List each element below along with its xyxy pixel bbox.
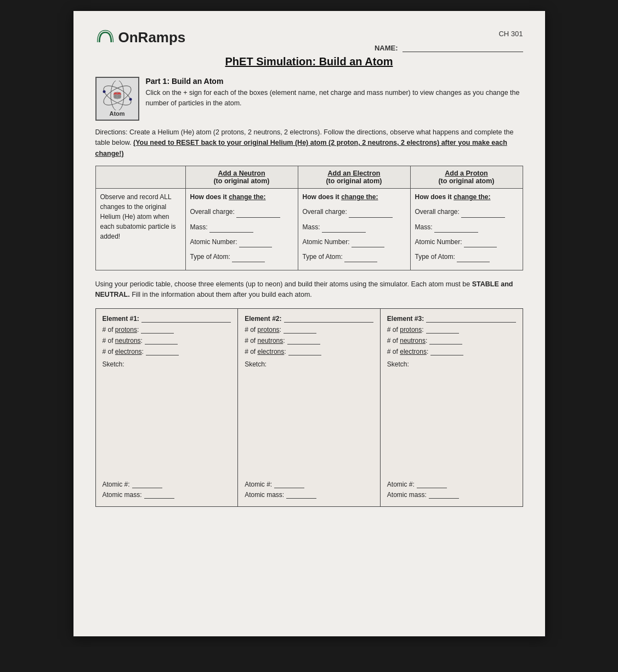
proton-type-of-atom bbox=[457, 255, 490, 262]
element2-atomic-mass-line bbox=[286, 490, 316, 499]
name-label: NAME: bbox=[375, 44, 398, 52]
element2-sketch-label: Sketch: bbox=[245, 360, 373, 368]
element3-atomic-mass-line bbox=[429, 490, 459, 499]
element1-atomic-mass-label: Atomic mass: bbox=[103, 491, 142, 499]
atom-image-label: Atom bbox=[109, 110, 124, 117]
col3-header-line2: (to original atom) bbox=[326, 177, 382, 185]
element3-atomic-num-row: Atomic #: bbox=[387, 480, 516, 488]
col4-header-line1: Add a Proton bbox=[445, 170, 487, 177]
atom-image-box: Atom bbox=[95, 77, 139, 121]
element1-box: Element #1: # of protons: # of neutrons:… bbox=[96, 309, 239, 506]
element1-neutrons-line bbox=[145, 336, 178, 345]
table-row-left: Observe and record ALL changes to the or… bbox=[95, 189, 185, 270]
proton-mass bbox=[434, 225, 478, 233]
element1-bottom-fields: Atomic #: Atomic mass: bbox=[103, 475, 231, 501]
neutron-mass bbox=[209, 225, 253, 233]
element3-neutrons-label: # of neutrons: bbox=[387, 337, 427, 345]
element1-protons-label: # of protons: bbox=[103, 326, 139, 334]
proton-atomic-number bbox=[464, 240, 497, 247]
proton-col: How does it change the: Overall charge: … bbox=[410, 189, 523, 270]
element3-box: Element #3: # of protons: # of neutrons:… bbox=[381, 309, 523, 506]
element3-atomic-mass-label: Atomic mass: bbox=[387, 491, 427, 499]
element3-electrons-row: # of electrons: bbox=[387, 347, 516, 355]
onramps-logo-text: OnRamps bbox=[118, 29, 186, 46]
element1-name-line bbox=[141, 314, 231, 323]
electron-overall-charge bbox=[349, 210, 393, 218]
observation-table: Add a Neutron (to original atom) Add an … bbox=[95, 166, 523, 270]
element3-protons-label: # of protons: bbox=[387, 326, 424, 334]
element2-neutrons-label: # of neutrons: bbox=[245, 337, 285, 345]
element2-protons-row: # of protons: bbox=[245, 325, 373, 334]
element1-atomic-num-label: Atomic #: bbox=[103, 481, 130, 488]
part1-instruction: Click on the + sign for each of the boxe… bbox=[146, 88, 523, 109]
element3-electrons-line bbox=[430, 347, 463, 355]
element2-neutrons-line bbox=[287, 336, 320, 345]
col4-header-line2: (to original atom) bbox=[438, 177, 494, 185]
part1-heading: Part 1: Build an Atom bbox=[146, 77, 523, 86]
col2-header-line1: Add a Neutron bbox=[218, 170, 265, 177]
element2-name-line bbox=[284, 314, 373, 323]
col2-header: Add a Neutron (to original atom) bbox=[185, 166, 298, 189]
element2-electrons-row: # of electrons: bbox=[245, 347, 373, 355]
neutron-atomic-number bbox=[239, 240, 272, 247]
element1-neutrons-label: # of neutrons: bbox=[103, 337, 143, 345]
element1-protons-line bbox=[141, 325, 174, 334]
electron-type-of-atom bbox=[344, 255, 377, 262]
name-line: NAME: bbox=[375, 42, 523, 52]
element2-atomic-mass-row: Atomic mass: bbox=[245, 490, 373, 499]
element1-electrons-label: # of electrons: bbox=[103, 348, 144, 355]
element1-electrons-row: # of electrons: bbox=[103, 347, 231, 355]
element3-atomic-mass-row: Atomic mass: bbox=[387, 490, 516, 499]
element3-protons-row: # of protons: bbox=[387, 325, 516, 334]
element3-label: Element #3: bbox=[387, 315, 424, 323]
element3-atomic-num-label: Atomic #: bbox=[387, 481, 415, 488]
neutron-col: How does it change the: Overall charge: … bbox=[185, 189, 298, 270]
svg-point-8 bbox=[103, 91, 105, 93]
directions-bold: (You need to RESET back to your original… bbox=[95, 139, 507, 157]
name-field-area: CH 301 NAME: bbox=[375, 27, 523, 52]
element1-atomic-mass-row: Atomic mass: bbox=[103, 490, 231, 499]
neutron-overall-charge bbox=[236, 210, 280, 218]
element2-label-row: Element #2: bbox=[245, 314, 373, 323]
element3-neutrons-line bbox=[429, 336, 462, 345]
col3-header-line1: Add an Electron bbox=[328, 170, 381, 177]
logo-area: OnRamps bbox=[95, 27, 186, 47]
element3-protons-line bbox=[426, 325, 459, 334]
col3-header: Add an Electron (to original atom) bbox=[298, 166, 410, 189]
element2-box: Element #2: # of protons: # of neutrons:… bbox=[238, 309, 381, 506]
element2-atomic-mass-label: Atomic mass: bbox=[245, 491, 284, 499]
page-title: PhET Simulation: Build an Atom bbox=[95, 55, 523, 68]
element2-protons-line bbox=[284, 325, 316, 334]
part1-text-area: Part 1: Build an Atom Click on the + sig… bbox=[146, 77, 523, 121]
element1-atomic-num-line bbox=[132, 480, 162, 488]
element3-label-row: Element #3: bbox=[387, 314, 516, 323]
part1-section: Atom Part 1: Build an Atom Click on the … bbox=[95, 77, 523, 121]
atom-diagram bbox=[100, 81, 135, 110]
electron-mass bbox=[322, 225, 366, 233]
svg-point-9 bbox=[129, 98, 132, 101]
neutron-type-of-atom bbox=[232, 255, 265, 262]
element1-protons-row: # of protons: bbox=[103, 325, 231, 334]
element2-neutrons-row: # of neutrons: bbox=[245, 336, 373, 345]
element2-bottom-fields: Atomic #: Atomic mass: bbox=[245, 475, 373, 501]
element3-sketch-label: Sketch: bbox=[387, 360, 516, 368]
element2-electrons-line bbox=[288, 347, 321, 355]
worksheet-page: OnRamps CH 301 NAME: PhET Simulation: Bu… bbox=[73, 11, 545, 636]
element3-bottom-fields: Atomic #: Atomic mass: bbox=[387, 475, 516, 501]
chapter-ref: CH 301 bbox=[498, 30, 523, 38]
proton-overall-charge bbox=[461, 210, 505, 218]
element2-electrons-label: # of electrons: bbox=[245, 348, 286, 355]
element1-label: Element #1: bbox=[103, 315, 139, 323]
element2-atomic-num-line bbox=[274, 480, 304, 488]
element1-atomic-mass-line bbox=[144, 490, 174, 499]
element1-sketch-label: Sketch: bbox=[103, 360, 231, 368]
electron-col: How does it change the: Overall charge: … bbox=[298, 189, 410, 270]
col2-header-line2: (to original atom) bbox=[213, 177, 269, 185]
element3-name-line bbox=[426, 314, 515, 323]
element1-atomic-num-row: Atomic #: bbox=[103, 480, 231, 488]
element1-label-row: Element #1: bbox=[103, 314, 231, 323]
directions-text: Directions: Create a Helium (He) atom (2… bbox=[95, 127, 523, 159]
element2-protons-label: # of protons: bbox=[245, 326, 281, 334]
periodic-instruction: Using your periodic table, choose three … bbox=[95, 279, 523, 301]
col4-header: Add a Proton (to original atom) bbox=[410, 166, 523, 189]
